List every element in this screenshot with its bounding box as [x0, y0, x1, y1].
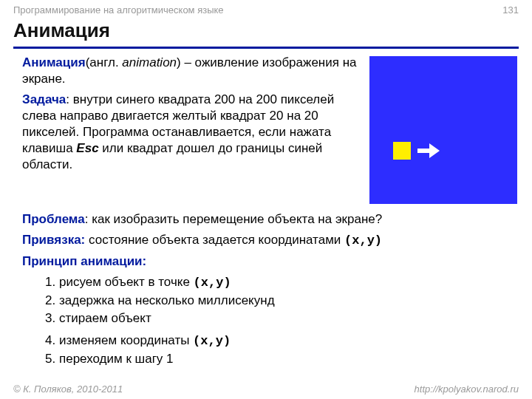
- svg-rect-0: [417, 149, 429, 153]
- definition: Анимация(англ. animation) – оживление из…: [22, 55, 359, 87]
- binding-kw: Привязка:: [22, 233, 85, 247]
- top-bar: Программирование на алгоритмическом язык…: [0, 0, 532, 18]
- arrow-right-icon: [417, 142, 440, 160]
- step-text: изменяем координаты: [59, 333, 193, 347]
- list-item: рисуем объект в точке (x,y): [59, 274, 519, 291]
- binding-code: (x,y): [344, 233, 382, 248]
- step-code: (x,y): [193, 334, 231, 348]
- step-text: рисуем объект в точке: [59, 275, 194, 289]
- problem-kw: Проблема: [22, 212, 85, 226]
- left-text: Анимация(англ. animation) – оживление из…: [22, 55, 359, 204]
- list-item: переходим к шагу 1: [59, 351, 519, 367]
- task-key: Esc: [76, 141, 98, 155]
- footer-author: © К. Поляков, 2010-2011: [13, 383, 123, 396]
- def-term: Анимация: [22, 55, 86, 69]
- title-rule: [13, 47, 519, 49]
- page-number: 131: [502, 4, 519, 17]
- course-name: Программирование на алгоритмическом язык…: [13, 4, 224, 17]
- step-code: (x,y): [194, 276, 231, 290]
- principle: Принцип анимации:: [22, 253, 519, 270]
- task-kw: Задача: [22, 92, 66, 106]
- blue-square: [369, 56, 517, 204]
- svg-marker-1: [429, 143, 440, 158]
- principle-kw: Принцип анимации:: [22, 254, 146, 268]
- step-text: задержка на несколько миллисекунд: [59, 293, 275, 307]
- problem: Проблема: как изобразить перемещение объ…: [22, 211, 519, 228]
- list-item: изменяем координаты (x,y): [59, 332, 519, 349]
- top-row: Анимация(англ. animation) – оживление из…: [22, 55, 519, 204]
- binding: Привязка: состояние объекта задается коо…: [22, 232, 519, 249]
- list-item: задержка на несколько миллисекунд: [59, 293, 519, 309]
- yellow-square: [393, 142, 411, 160]
- def-etym-word: animation: [122, 55, 177, 69]
- def-etym-open: (англ.: [86, 55, 123, 69]
- binding-text: состояние объекта задается координатами: [85, 233, 344, 247]
- list-item: стираем объект: [59, 310, 519, 327]
- task: Задача: внутри синего квадрата 200 на 20…: [22, 92, 359, 173]
- footer: © К. Поляков, 2010-2011 http://kpolyakov…: [0, 383, 532, 396]
- page-title: Анимация: [0, 18, 532, 47]
- problem-text: : как изобразить перемещение объекта на …: [85, 212, 383, 226]
- step-text: переходим к шагу 1: [59, 352, 174, 366]
- steps-list: рисуем объект в точке (x,y) задержка на …: [59, 274, 519, 367]
- step-text: стираем объект: [59, 311, 151, 325]
- footer-url: http://kpolyakov.narod.ru: [415, 383, 519, 396]
- content-area: Анимация(англ. animation) – оживление из…: [0, 53, 532, 368]
